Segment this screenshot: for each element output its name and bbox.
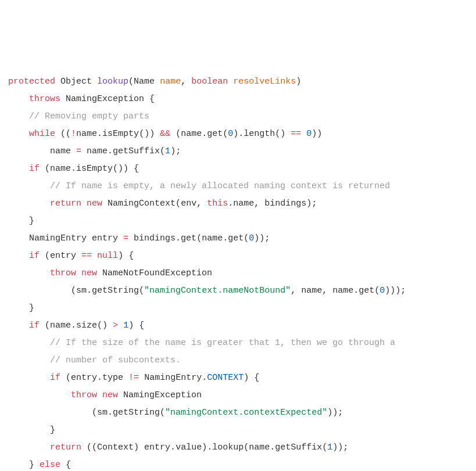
code-token: return (50, 199, 81, 208)
code-line: } else { (8, 456, 468, 471)
code-token: size (76, 321, 97, 330)
code-token: . (87, 286, 92, 296)
code-token: && (160, 129, 170, 139)
code-token: type (102, 373, 128, 383)
code-token: ( (92, 408, 97, 418)
code-token: () (275, 129, 291, 139)
code-token: ( (322, 443, 327, 452)
code-token: CONTEXT (207, 373, 244, 383)
code-line: name = name.getSuffix(1); (8, 143, 468, 160)
code-line: // number of subcontexts. (8, 352, 468, 369)
code-token: . (353, 286, 359, 296)
code-token: new (87, 199, 102, 208)
code-token: throws (29, 94, 60, 104)
code-line: // If the size of the name is greater th… (8, 335, 468, 352)
code-token: ( (139, 286, 144, 296)
code-token: return (50, 443, 81, 452)
code-token: get (228, 233, 244, 243)
code-token: boolean (191, 77, 228, 87)
code-token: NameNotFoundException (102, 268, 212, 278)
code-token: 0 (306, 129, 312, 139)
code-token: != (128, 373, 139, 383)
code-token: this (207, 199, 228, 208)
code-token: NamingContext (108, 199, 176, 208)
code-token: (( (87, 443, 97, 452)
code-token: , (254, 199, 264, 208)
code-token: throw (71, 390, 97, 400)
code-line: protected Object lookup(Name name, boole… (8, 73, 468, 91)
code-token: . (270, 443, 275, 452)
code-token: ))); (385, 286, 406, 296)
code-token: throw (50, 268, 76, 278)
code-token: ( (176, 199, 181, 208)
code-token: sm (76, 286, 87, 296)
code-token: . (223, 233, 228, 243)
code-token: ( (128, 77, 134, 87)
code-token: entry (144, 443, 170, 452)
code-token: == (291, 129, 301, 139)
code-token: getString (92, 286, 139, 296)
code-token: getString (113, 408, 160, 418)
code-token: } (29, 303, 34, 313)
code-token: . (176, 233, 181, 243)
code-token: ( (160, 146, 165, 156)
code-token: . (97, 373, 102, 383)
code-token: ( (244, 233, 249, 243)
code-token: name (160, 77, 181, 87)
code-line: throw new NameNotFoundException (8, 265, 468, 282)
code-line: // Removing empty parts (8, 108, 468, 125)
code-token: if (29, 251, 40, 261)
code-token (228, 77, 233, 87)
code-token: )); (332, 443, 348, 452)
code-token: ( (176, 129, 181, 139)
code-token: ) (296, 77, 301, 87)
code-token (118, 321, 123, 330)
code-token: ( (223, 129, 228, 139)
code-token: // If name is empty, a newly allocated n… (50, 181, 390, 191)
code-token (97, 268, 102, 278)
code-token: 0 (228, 129, 233, 139)
code-token: new (102, 390, 118, 400)
code-token: = (76, 146, 81, 156)
code-token: env (181, 199, 196, 208)
code-token: . (71, 164, 76, 174)
code-token: name (233, 199, 254, 208)
code-line: (sm.getString("namingContext.nameNotBoun… (8, 282, 468, 300)
code-token: )) (312, 129, 322, 139)
code-token (76, 268, 81, 278)
code-line: throw new NamingException (8, 387, 468, 404)
code-token (55, 77, 60, 87)
code-token (40, 251, 45, 261)
code-token: get (207, 129, 223, 139)
code-token: ). (202, 443, 212, 452)
code-token: isEmpty (102, 129, 139, 139)
code-line: } (8, 213, 468, 230)
code-token: . (170, 443, 176, 452)
code-token: entry (50, 251, 81, 261)
code-token: , (322, 286, 332, 296)
code-token: . (202, 373, 207, 383)
code-token (81, 443, 87, 452)
code-token: ( (45, 321, 50, 330)
code-token (301, 129, 306, 139)
code-token (60, 373, 66, 383)
code-token: while (29, 129, 55, 139)
code-token (170, 129, 176, 139)
code-token: . (202, 129, 207, 139)
code-token: "namingContext.nameNotBound" (144, 286, 291, 296)
code-line: } (8, 300, 468, 317)
code-token: null (97, 251, 118, 261)
code-token: 1 (327, 443, 332, 452)
code-token (55, 129, 60, 139)
code-token: ) { (244, 373, 259, 383)
code-token: { (66, 460, 71, 470)
code-token: . (108, 146, 113, 156)
code-token: value (176, 443, 202, 452)
code-token: = (123, 233, 128, 243)
code-line: return ((Context) entry.value).lookup(na… (8, 439, 468, 456)
code-token: if (29, 321, 40, 330)
code-line: return new NamingContext(env, this.name,… (8, 195, 468, 213)
code-token: ) (134, 443, 144, 452)
code-token: name (76, 129, 97, 139)
code-token: name (332, 286, 353, 296)
